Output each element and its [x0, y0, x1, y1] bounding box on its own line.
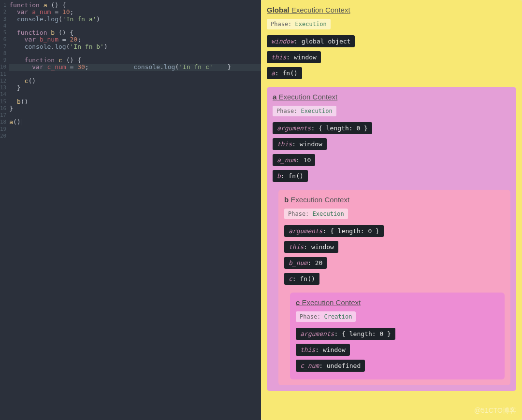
ec-var-row: a: fn()	[267, 65, 516, 81]
code-line: console.log('In fn c')	[111, 64, 212, 70]
ec-var-row: arguments: { length: 0 }	[296, 326, 499, 342]
ec-var-row: this: window	[284, 239, 505, 255]
watermark: @51CTO博客	[474, 406, 516, 415]
ec-a-phase: Phase: Execution	[273, 106, 336, 116]
code-line: var c_num = 30;	[9, 64, 111, 70]
ec-var-pill: c: fn()	[284, 273, 319, 285]
ec-var-pill: arguments: { length: 0 }	[273, 122, 372, 134]
execution-context-panel: Global Execution Context Phase: Executio…	[261, 0, 522, 420]
ec-var-pill: arguments: { length: 0 }	[284, 225, 384, 237]
ec-b: b Execution Context Phase: Execution arg…	[278, 190, 510, 385]
ec-var-row: this: window	[267, 49, 516, 65]
ec-var-pill: this: window	[284, 241, 338, 253]
code-editor: 1 2 3 4 5 6 7 8 9 10 11 12 13 14 15 16 1…	[0, 0, 261, 420]
ec-var-row: b: fn()	[273, 168, 510, 184]
ec-var-pill: b: fn()	[273, 170, 308, 182]
ec-var-pill: c_num: undefined	[296, 360, 365, 372]
ec-var-pill: b_num: 20	[284, 257, 327, 269]
ec-a-title: a Execution Context	[273, 93, 510, 101]
ec-var-row: c_num: undefined	[296, 358, 499, 374]
ec-var-row: this: window	[273, 136, 510, 152]
ec-global-title: Global Execution Context	[267, 6, 516, 14]
ec-var-row: c: fn()	[284, 271, 505, 287]
ec-var-pill: this: window	[267, 51, 321, 63]
ec-var-row: arguments: { length: 0 }	[273, 120, 510, 136]
line-gutter: 1 2 3 4 5 6 7 8 9 10 11 12 13 14 15 16 1…	[0, 0, 7, 420]
ec-c-phase: Phase: Creation	[296, 311, 356, 322]
ec-var-row: a_num: 10	[273, 152, 510, 168]
ec-var-pill: a: fn()	[267, 67, 302, 79]
ec-var-pill: this: window	[296, 344, 350, 356]
ec-var-pill: a_num: 10	[273, 154, 315, 166]
ec-var-row: b_num: 20	[284, 255, 505, 271]
ec-global-phase: Phase: Execution	[267, 19, 331, 29]
ec-b-phase: Phase: Execution	[284, 209, 348, 219]
ec-var-pill: arguments: { length: 0 }	[296, 328, 395, 340]
ec-var-row: window: global object	[267, 33, 516, 49]
ec-var-pill: window: global object	[267, 35, 355, 47]
ec-var-pill: this: window	[273, 138, 327, 150]
ec-c-title: c Execution Context	[296, 298, 499, 307]
ec-c: c Execution Context Phase: Creation argu…	[290, 293, 505, 379]
ec-global: Global Execution Context Phase: Executio…	[261, 0, 522, 420]
ec-a: a Execution Context Phase: Execution arg…	[267, 87, 516, 391]
ec-b-title: b Execution Context	[284, 196, 505, 204]
ec-var-row: this: window	[296, 342, 499, 358]
ec-var-row: arguments: { length: 0 }	[284, 223, 505, 239]
